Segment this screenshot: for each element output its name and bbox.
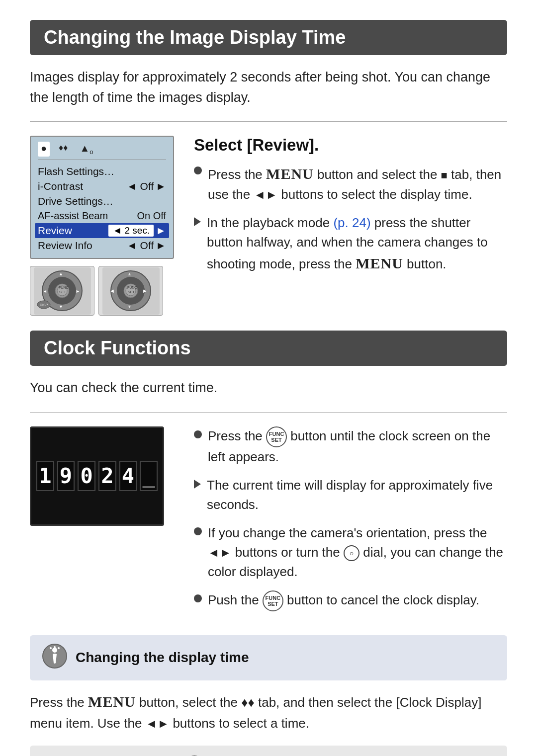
svg-point-28 [58, 647, 60, 649]
right-column: Select [Review]. Press the MENU button a… [194, 136, 507, 316]
svg-text:▲: ▲ [59, 271, 63, 276]
bullet-circle-1 [194, 167, 202, 174]
svg-text:◄: ◄ [109, 288, 115, 294]
clock-digit-6: _ [140, 461, 158, 491]
section2-intro: You can check the current time. [30, 378, 507, 398]
clock-digit-2: 9 [57, 461, 75, 491]
menu-text-2: MENU [356, 255, 403, 271]
select-review-heading: Select [Review]. [194, 136, 507, 155]
clock-bullet-3: If you change the camera's orientation, … [194, 523, 507, 582]
menu-row-icontrast: i-Contrast ◄ Off ► [38, 179, 166, 194]
menu-row-drive: Drive Settings… [38, 194, 166, 209]
note-icon-svg [42, 643, 68, 669]
clock-bullet-text-3: If you change the camera's orientation, … [208, 523, 507, 582]
clock-digit-4: 2 [98, 461, 116, 491]
camera-icon: ■ [441, 169, 448, 181]
menu-tabs: ● ♦♦ ▲o [38, 142, 166, 160]
section2: Clock Functions You can check the curren… [30, 331, 507, 756]
menu-row-reviewinfo: Review Info ◄ Off ► [38, 238, 166, 253]
changing-display-time-note: Changing the display time [30, 635, 507, 680]
dial-icon: ○ [344, 545, 359, 561]
page-link: (p. 24) [333, 215, 370, 230]
svg-text:DISP: DISP [40, 303, 48, 307]
section1-intro: Images display for approximately 2 secon… [30, 67, 507, 107]
menu-screenshot: ● ♦♦ ▲o Flash Settings… i-Contrast ◄ Off… [30, 136, 174, 259]
clock-bullet-circle-4 [194, 594, 202, 602]
bullet-item-2: In the playback mode (p. 24) press the s… [194, 213, 507, 274]
clock-display: 1 9 0 2 4 _ [30, 426, 164, 526]
menu-text-1: MENU [266, 166, 314, 182]
clock-bullet-text-1: Press the FUNCSET button until the clock… [208, 426, 507, 467]
divider1 [30, 121, 507, 122]
clock-bullet-circle-3 [194, 527, 202, 535]
camera-left-svg: FUNC SET ▲ ▼ ◄ ► DISP [34, 267, 91, 315]
divider2 [30, 412, 507, 413]
note-text-body: Press the MENU button, select the ♦♦ tab… [30, 690, 507, 734]
tab-icon: ♦♦ [241, 695, 255, 710]
clock-bullet-triangle-2 [194, 480, 201, 489]
arrow-icon-1: ◄► [254, 186, 278, 204]
bullet-triangle-2 [194, 217, 201, 226]
menu-text-note: MENU [88, 693, 136, 710]
section2-content: 1 9 0 2 4 _ Press the FUNCSET button unt… [30, 426, 507, 620]
svg-text:◄: ◄ [43, 289, 47, 294]
svg-point-27 [50, 647, 52, 649]
section1: Changing the Image Display Time Images d… [30, 20, 507, 316]
svg-text:SET: SET [59, 290, 66, 294]
clock-right-column: Press the FUNCSET button until the clock… [194, 426, 507, 620]
clock-bullet-4: Push the FUNCSET button to cancel the cl… [194, 590, 507, 611]
svg-text:►: ► [76, 289, 80, 294]
menu-tab-camera: ● [38, 142, 50, 157]
svg-point-26 [54, 646, 56, 648]
clock-bullet-circle-1 [194, 430, 202, 438]
arrow-icon-2: ◄► [208, 544, 232, 562]
svg-text:▲: ▲ [127, 271, 132, 276]
svg-text:SET: SET [128, 290, 135, 294]
svg-point-25 [52, 648, 57, 653]
camera-left-illustration: FUNC SET ▲ ▼ ◄ ► DISP [30, 266, 94, 316]
clock-bullet-text-4: Push the FUNCSET button to cancel the cl… [208, 590, 479, 611]
clock-digit-5: 4 [119, 461, 137, 491]
clock-bullet-text-2: The current time will display for approx… [207, 476, 507, 514]
svg-text:►: ► [142, 288, 148, 294]
menu-tab-custom: ▲o [77, 142, 96, 157]
clock-bullet-1: Press the FUNCSET button until the clock… [194, 426, 507, 467]
note-heading: Changing the display time [76, 650, 249, 666]
svg-text:FUNC: FUNC [127, 286, 137, 289]
arrow-icon-note: ◄► [146, 714, 170, 733]
section1-content: ● ♦♦ ▲o Flash Settings… i-Contrast ◄ Off… [30, 136, 507, 316]
select-review-bullets: Press the MENU button and select the ■ t… [194, 163, 507, 274]
camera-illustrations: FUNC SET ▲ ▼ ◄ ► DISP [30, 266, 174, 316]
clock-digit-1: 1 [36, 461, 54, 491]
bullet-text-2: In the playback mode (p. 24) press the s… [207, 213, 507, 274]
camera-right-svg: FUNC SET ▲ ▼ ◄ ► [102, 267, 160, 315]
menu-tab-settings: ♦♦ [56, 142, 71, 157]
clock-bullet-2: The current time will display for approx… [194, 476, 507, 514]
bullet-text-1: Press the MENU button and select the ■ t… [208, 163, 507, 204]
camera-right-illustration: FUNC SET ▲ ▼ ◄ ► [98, 266, 163, 316]
section1-title: Changing the Image Display Time [30, 20, 507, 55]
func-set-icon-2: FUNCSET [263, 590, 283, 611]
left-column: ● ♦♦ ▲o Flash Settings… i-Contrast ◄ Off… [30, 136, 174, 316]
clock-left-column: 1 9 0 2 4 _ [30, 426, 174, 620]
clock-bullets: Press the FUNCSET button until the clock… [194, 426, 507, 611]
clock-digit-3: 0 [78, 461, 95, 491]
bullet-item-1: Press the MENU button and select the ■ t… [194, 163, 507, 204]
svg-text:FUNC: FUNC [59, 286, 68, 289]
func-set-icon-1: FUNCSET [266, 426, 287, 447]
menu-row-review: Review ◄ 2 sec. ► [35, 223, 169, 238]
note-content: Changing the display time [76, 650, 249, 666]
svg-text:▼: ▼ [127, 304, 132, 309]
menu-row-afbeam: AF-assist Beam On Off [38, 209, 166, 223]
note-icon [42, 643, 68, 672]
tip-box: Press and hold the FUNCSET button, then … [30, 746, 507, 756]
menu-row-flash: Flash Settings… [38, 164, 166, 179]
svg-text:▼: ▼ [59, 304, 63, 309]
section2-title: Clock Functions [30, 331, 507, 366]
